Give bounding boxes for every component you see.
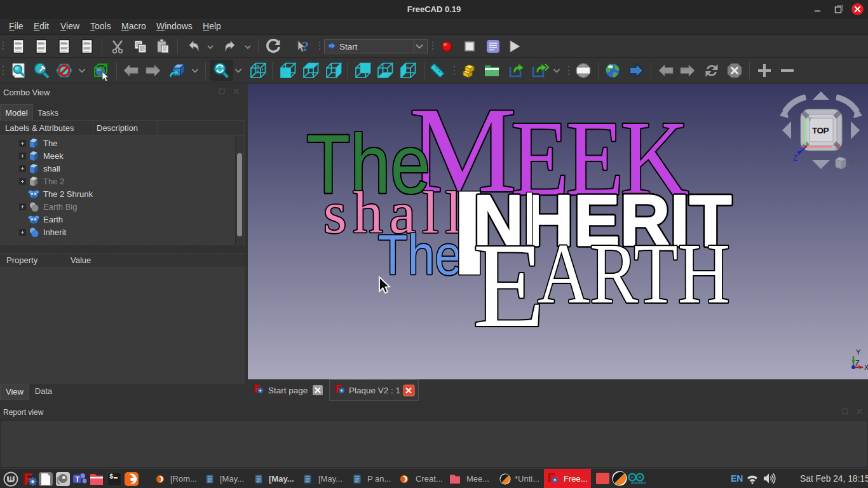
- svg-text:Z: Z: [855, 359, 860, 367]
- svg-text:Earth Big: Earth Big: [43, 202, 77, 212]
- svg-text:Meek: Meek: [43, 151, 64, 161]
- svg-text:X: X: [864, 363, 868, 371]
- svg-text:Inherit: Inherit: [43, 227, 67, 237]
- svg-text:Mee...: Mee...: [466, 474, 489, 484]
- svg-text:Plaque V2 : 1: Plaque V2 : 1: [349, 386, 400, 395]
- svg-text:Free...: Free...: [564, 474, 588, 484]
- svg-text:[May...: [May...: [269, 474, 294, 484]
- svg-text:The: The: [378, 224, 463, 287]
- svg-text:ARTH: ARTH: [538, 226, 730, 321]
- svg-text:T: T: [76, 475, 80, 483]
- svg-text:Z: Z: [793, 154, 797, 163]
- svg-text:TOP: TOP: [812, 126, 829, 135]
- svg-text:shall: shall: [43, 164, 60, 173]
- svg-text:P an...: P an...: [367, 474, 391, 484]
- svg-text:The 2: The 2: [43, 177, 64, 186]
- svg-text:ARDUINO: ARDUINO: [631, 481, 646, 485]
- svg-text:Start: Start: [339, 42, 358, 51]
- svg-text:E: E: [473, 219, 545, 353]
- svg-text:Start page: Start page: [268, 386, 308, 395]
- svg-text:EN: EN: [731, 473, 743, 484]
- svg-text:Earth: Earth: [43, 215, 63, 224]
- svg-text:X: X: [836, 143, 841, 150]
- svg-text:Y: Y: [808, 116, 812, 123]
- svg-text:[Rom...: [Rom...: [170, 474, 197, 484]
- svg-text:The 2 Shrunk: The 2 Shrunk: [43, 189, 93, 199]
- svg-text:[May...: [May...: [318, 474, 342, 484]
- svg-text:Creat...: Creat...: [416, 474, 443, 484]
- svg-text:$: $: [109, 473, 114, 480]
- svg-text:Sat Feb 24, 18:15: Sat Feb 24, 18:15: [800, 474, 868, 484]
- svg-text:*Unti...: *Unti...: [515, 474, 539, 484]
- svg-text:Y: Y: [856, 348, 861, 356]
- svg-text:The: The: [43, 139, 57, 148]
- svg-text:[May...: [May...: [220, 474, 244, 484]
